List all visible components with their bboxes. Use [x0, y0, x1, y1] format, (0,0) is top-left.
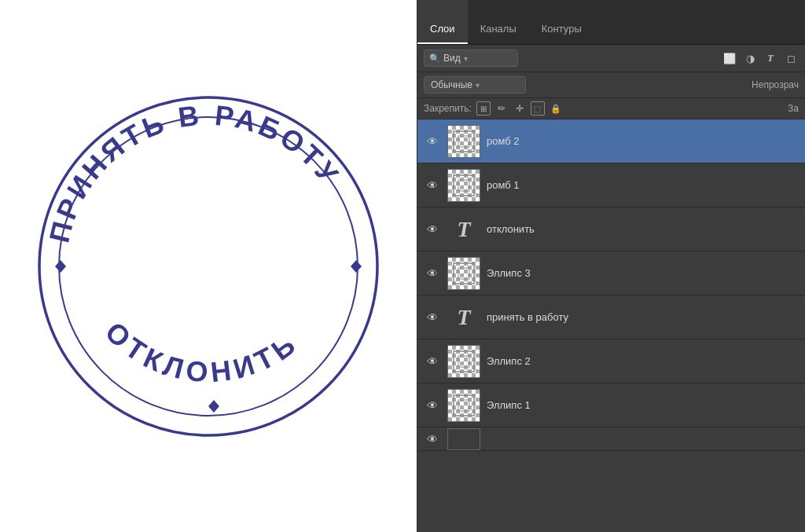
- fill-label: За: [788, 103, 799, 114]
- lock-label: Закрепить:: [424, 103, 472, 114]
- lock-icons: ⊞ ✏ ✛ ⬚ 🔒: [476, 101, 563, 116]
- svg-text:ОТКЛОНИТЬ: ОТКЛОНИТЬ: [99, 315, 304, 388]
- svg-rect-16: [458, 400, 469, 411]
- layer-partial[interactable]: 👁: [417, 427, 805, 451]
- eye-icon: 👁: [427, 267, 438, 280]
- panel-tabs: Слои Каналы Контуры: [417, 0, 805, 45]
- svg-marker-6: [208, 400, 219, 413]
- layer-name-ellips2: Эллипс 2: [487, 355, 799, 367]
- layer-visibility-prinyatj[interactable]: 👁: [424, 309, 441, 326]
- eye-icon: 👁: [427, 399, 438, 412]
- svg-rect-13: [454, 351, 474, 372]
- svg-rect-8: [458, 136, 469, 147]
- layer-ellips1[interactable]: 👁 Эллипс 1: [417, 383, 805, 427]
- layer-thumb-romb2: [447, 125, 480, 158]
- svg-marker-4: [55, 260, 66, 273]
- layer-name-romb2: ромб 2: [487, 135, 799, 147]
- lock-pixels-icon[interactable]: ⊞: [476, 101, 491, 116]
- layer-thumb-ellips3: [447, 257, 480, 290]
- layer-visibility-romb2[interactable]: 👁: [424, 133, 441, 150]
- stamp: ПРИНЯТЬ В РАБОТУ ОТКЛОНИТЬ: [28, 86, 389, 447]
- type-T-icon-2: T: [457, 305, 470, 330]
- blend-chevron-icon: ▾: [476, 81, 480, 90]
- filter-icon-image[interactable]: ⬜: [722, 50, 737, 66]
- svg-rect-9: [454, 175, 474, 196]
- lock-paint-icon[interactable]: ✏: [494, 101, 509, 116]
- layer-name-ellips1: Эллипс 1: [487, 399, 799, 411]
- eye-icon: 👁: [427, 135, 438, 148]
- svg-rect-7: [454, 131, 474, 152]
- filter-icon-shape[interactable]: ◻: [783, 50, 799, 66]
- blend-row: Обычные ▾ Непрозрач: [417, 72, 805, 98]
- filter-value: Вид: [443, 53, 461, 64]
- eye-icon: 👁: [427, 433, 438, 446]
- svg-rect-15: [454, 395, 474, 416]
- layers-panel: Слои Каналы Контуры 🔍 Вид ▾ ⬜ ◑ T ◻ Обыч…: [417, 0, 805, 532]
- lock-artboard-icon[interactable]: ⬚: [531, 101, 545, 116]
- svg-rect-10: [458, 180, 469, 191]
- layer-visibility-ellips3[interactable]: 👁: [424, 265, 441, 282]
- layer-name-ellips3: Эллипс 3: [487, 267, 799, 279]
- layer-thumb-ellips2: [447, 345, 480, 378]
- layer-prinyatj[interactable]: 👁 T принять в работу: [417, 295, 805, 339]
- layer-visibility-ellips2[interactable]: 👁: [424, 353, 441, 370]
- layer-romb2[interactable]: 👁 ромб 2: [417, 119, 805, 163]
- svg-rect-12: [458, 268, 469, 279]
- tab-channels[interactable]: Каналы: [468, 0, 529, 44]
- filter-search-icon: 🔍: [429, 53, 440, 64]
- layer-romb1[interactable]: 👁 ромб 1: [417, 163, 805, 207]
- eye-icon: 👁: [427, 355, 438, 368]
- svg-marker-5: [351, 260, 362, 273]
- opacity-label: Непрозрач: [752, 79, 799, 90]
- tab-layers[interactable]: Слои: [417, 0, 468, 44]
- eye-icon: 👁: [427, 223, 438, 236]
- tab-paths[interactable]: Контуры: [529, 0, 594, 44]
- layer-name-romb1: ромб 1: [487, 179, 799, 191]
- blend-mode-dropdown[interactable]: Обычные ▾: [424, 76, 526, 94]
- layer-name-prinyatj: принять в работу: [487, 311, 799, 323]
- lock-row: Закрепить: ⊞ ✏ ✛ ⬚ 🔒 За: [417, 98, 805, 119]
- eye-icon: 👁: [427, 179, 438, 192]
- canvas-area: ПРИНЯТЬ В РАБОТУ ОТКЛОНИТЬ: [0, 0, 417, 532]
- filter-icons: ⬜ ◑ T ◻: [722, 50, 799, 66]
- layer-otklonitj[interactable]: 👁 T отклонить: [417, 207, 805, 251]
- lock-move-icon[interactable]: ✛: [513, 101, 527, 116]
- svg-text:ПРИНЯТЬ В РАБОТУ: ПРИНЯТЬ В РАБОТУ: [43, 98, 347, 245]
- blend-mode-value: Обычные: [431, 79, 472, 90]
- filter-dropdown[interactable]: 🔍 Вид ▾: [424, 50, 518, 67]
- filter-icon-adjustment[interactable]: ◑: [742, 50, 758, 66]
- lock-all-icon[interactable]: 🔒: [549, 101, 563, 116]
- layer-visibility-otklonitj[interactable]: 👁: [424, 221, 441, 238]
- layer-ellips3[interactable]: 👁 Эллипс 3: [417, 251, 805, 295]
- filter-row: 🔍 Вид ▾ ⬜ ◑ T ◻: [417, 45, 805, 72]
- layer-ellips2[interactable]: 👁 Эллипс 2: [417, 339, 805, 383]
- layer-thumb-prinyatj: T: [447, 301, 480, 334]
- layer-visibility-ellips1[interactable]: 👁: [424, 397, 441, 414]
- svg-rect-11: [454, 263, 474, 284]
- layer-visibility-partial[interactable]: 👁: [424, 431, 441, 448]
- svg-rect-14: [458, 356, 469, 367]
- eye-icon: 👁: [427, 311, 438, 324]
- layer-thumb-ellips1: [447, 389, 480, 422]
- type-T-icon: T: [457, 217, 470, 242]
- filter-icon-type[interactable]: T: [763, 50, 778, 66]
- layer-visibility-romb1[interactable]: 👁: [424, 177, 441, 194]
- layer-thumb-partial: [447, 428, 480, 450]
- layers-list: 👁 ромб 2 👁: [417, 119, 805, 532]
- filter-chevron-icon: ▾: [464, 54, 468, 63]
- layer-thumb-romb1: [447, 169, 480, 202]
- layer-name-otklonitj: отклонить: [487, 223, 799, 235]
- layer-thumb-otklonitj: T: [447, 213, 480, 246]
